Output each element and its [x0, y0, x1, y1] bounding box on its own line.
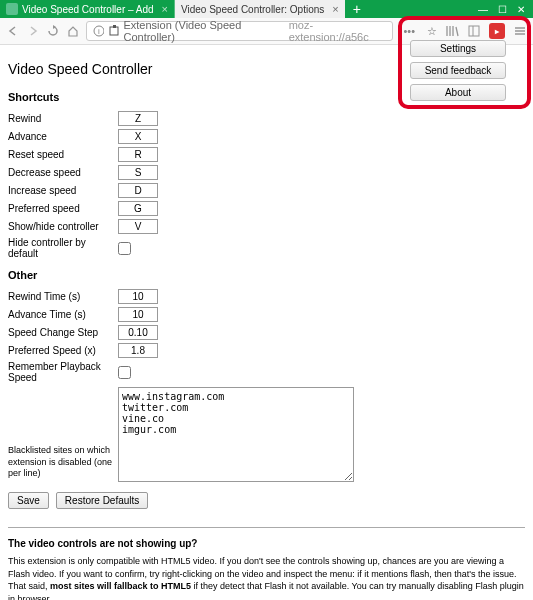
save-button[interactable]: Save — [8, 492, 49, 509]
speed-step-input[interactable] — [118, 325, 158, 340]
help-title: The video controls are not showing up? — [8, 538, 525, 549]
restore-defaults-button[interactable]: Restore Defaults — [56, 492, 148, 509]
address-prefix: Extension (Video Speed Controller) — [123, 19, 284, 43]
pref-speed-label: Preferred Speed (x) — [8, 345, 118, 356]
remember-checkbox[interactable] — [118, 366, 131, 379]
window-titlebar: Video Speed Controller – Add × Video Spe… — [0, 0, 533, 18]
svg-rect-2 — [110, 27, 118, 35]
increase-input[interactable] — [118, 183, 158, 198]
new-tab-button[interactable]: + — [345, 1, 369, 17]
back-button[interactable] — [6, 24, 20, 38]
advance-label: Advance — [8, 131, 118, 142]
blacklist-label: Blacklisted sites on which extension is … — [8, 445, 118, 482]
library-icon[interactable] — [445, 24, 459, 38]
send-feedback-button[interactable]: Send feedback — [410, 62, 506, 79]
preferred-label: Preferred speed — [8, 203, 118, 214]
close-icon[interactable]: × — [332, 3, 338, 15]
home-button[interactable] — [66, 24, 80, 38]
more-icon[interactable]: ••• — [403, 25, 415, 37]
divider — [8, 527, 525, 528]
svg-rect-3 — [113, 25, 116, 28]
pref-speed-input[interactable] — [118, 343, 158, 358]
browser-tab-1[interactable]: Video Speed Controller – Add × — [0, 0, 175, 18]
options-page: Video Speed Controller Shortcuts Rewind … — [0, 45, 533, 600]
preferred-input[interactable] — [118, 201, 158, 216]
reset-label: Reset speed — [8, 149, 118, 160]
speed-step-label: Speed Change Step — [8, 327, 118, 338]
section-other: Other — [8, 269, 525, 281]
tab-title: Video Speed Controller: Options — [181, 4, 324, 15]
svg-rect-4 — [469, 26, 479, 36]
decrease-input[interactable] — [118, 165, 158, 180]
info-icon: i — [93, 25, 104, 37]
decrease-label: Decrease speed — [8, 167, 118, 178]
browser-tab-2[interactable]: Video Speed Controller: Options × — [175, 0, 345, 18]
hidedefault-label: Hide controller by default — [8, 237, 118, 259]
settings-button[interactable]: Settings — [410, 40, 506, 57]
blacklist-textarea[interactable] — [118, 387, 354, 482]
about-button[interactable]: About — [410, 84, 506, 101]
sidebar-icon[interactable] — [467, 24, 481, 38]
advance-input[interactable] — [118, 129, 158, 144]
svg-text:i: i — [98, 27, 100, 36]
star-icon[interactable]: ☆ — [425, 24, 439, 38]
increase-label: Increase speed — [8, 185, 118, 196]
maximize-icon[interactable]: ☐ — [498, 4, 507, 15]
tab-favicon — [6, 3, 18, 15]
tab-title: Video Speed Controller – Add — [22, 4, 154, 15]
rewind-time-label: Rewind Time (s) — [8, 291, 118, 302]
advance-time-input[interactable] — [118, 307, 158, 322]
showhide-label: Show/hide controller — [8, 221, 118, 232]
rewind-input[interactable] — [118, 111, 158, 126]
advance-time-label: Advance Time (s) — [8, 309, 118, 320]
menu-icon[interactable] — [513, 24, 527, 38]
extension-badge-icon[interactable]: ▸ — [489, 23, 505, 39]
extension-icon — [108, 25, 119, 37]
forward-button[interactable] — [26, 24, 40, 38]
address-url: moz-extension://a56c — [289, 19, 387, 43]
address-bar[interactable]: i Extension (Video Speed Controller) moz… — [86, 21, 393, 41]
help-text: This extension is only compatible with H… — [8, 555, 525, 600]
reload-button[interactable] — [46, 24, 60, 38]
rewind-time-input[interactable] — [118, 289, 158, 304]
showhide-input[interactable] — [118, 219, 158, 234]
hidedefault-checkbox[interactable] — [118, 242, 131, 255]
minimize-icon[interactable]: — — [478, 4, 488, 15]
close-window-icon[interactable]: ✕ — [517, 4, 525, 15]
reset-input[interactable] — [118, 147, 158, 162]
close-icon[interactable]: × — [162, 3, 168, 15]
rewind-label: Rewind — [8, 113, 118, 124]
remember-label: Remember Playback Speed — [8, 361, 118, 383]
extension-popup: Settings Send feedback About — [410, 40, 506, 106]
